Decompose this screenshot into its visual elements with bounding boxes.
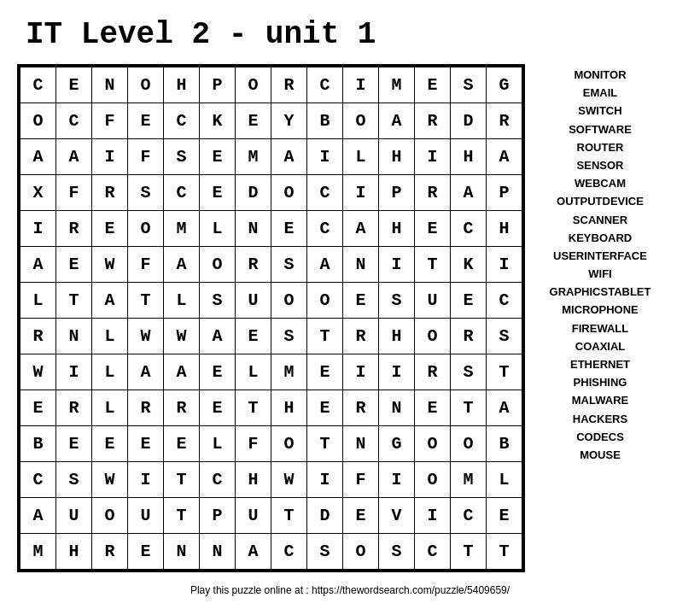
cell-1-9: O <box>343 103 379 139</box>
cell-12-11: I <box>415 498 451 534</box>
cell-0-10: M <box>379 67 415 103</box>
cell-2-11: I <box>415 139 451 175</box>
cell-8-2: L <box>92 354 128 390</box>
cell-5-7: S <box>271 247 307 283</box>
cell-8-10: I <box>379 354 415 390</box>
cell-11-10: I <box>379 462 415 498</box>
cell-1-10: A <box>379 103 415 139</box>
cell-6-13: C <box>487 283 522 319</box>
cell-9-4: R <box>164 390 200 426</box>
grid-table: CENOHPORCIMESGOCFECKEYBOARDRAAIFSEMAILHI… <box>20 67 522 570</box>
cell-12-2: O <box>92 498 128 534</box>
cell-10-3: E <box>128 426 164 462</box>
cell-0-12: S <box>451 67 487 103</box>
word-list-item: FIREWALL <box>572 321 628 337</box>
cell-8-1: I <box>56 354 92 390</box>
cell-0-7: R <box>271 67 307 103</box>
cell-3-4: C <box>164 175 200 211</box>
cell-12-10: V <box>379 498 415 534</box>
cell-7-9: R <box>343 319 379 354</box>
cell-6-11: U <box>415 283 451 319</box>
cell-9-3: R <box>128 390 164 426</box>
cell-4-0: I <box>20 211 56 247</box>
cell-8-6: L <box>236 354 271 390</box>
cell-5-9: N <box>343 247 379 283</box>
cell-5-4: A <box>164 247 200 283</box>
cell-4-3: O <box>128 211 164 247</box>
cell-13-12: T <box>451 534 487 570</box>
cell-9-8: E <box>307 390 343 426</box>
cell-2-0: A <box>20 139 56 175</box>
word-list-item: PHISHING <box>574 375 627 390</box>
page-title: IT Level 2 - unit 1 <box>26 17 376 52</box>
cell-12-5: P <box>200 498 236 534</box>
cell-12-12: C <box>451 498 487 534</box>
cell-10-8: T <box>307 426 343 462</box>
cell-1-8: B <box>307 103 343 139</box>
cell-5-6: R <box>236 247 271 283</box>
cell-0-2: N <box>92 67 128 103</box>
cell-7-10: H <box>379 319 415 354</box>
cell-12-3: U <box>128 498 164 534</box>
cell-7-2: L <box>92 319 128 354</box>
word-list-item: MOUSE <box>580 448 621 463</box>
cell-9-7: H <box>271 390 307 426</box>
cell-6-1: T <box>56 283 92 319</box>
cell-4-7: E <box>271 211 307 247</box>
cell-9-5: E <box>200 390 236 426</box>
cell-8-13: T <box>487 354 522 390</box>
cell-11-0: C <box>20 462 56 498</box>
cell-13-0: M <box>20 534 56 570</box>
cell-2-13: A <box>487 139 522 175</box>
cell-5-0: A <box>20 247 56 283</box>
cell-7-7: S <box>271 319 307 354</box>
cell-0-11: E <box>415 67 451 103</box>
cell-7-11: O <box>415 319 451 354</box>
cell-6-0: L <box>20 283 56 319</box>
cell-6-7: O <box>271 283 307 319</box>
cell-6-6: U <box>236 283 271 319</box>
cell-6-2: A <box>92 283 128 319</box>
word-list-item: EMAIL <box>583 85 617 101</box>
cell-8-9: I <box>343 354 379 390</box>
cell-8-0: W <box>20 354 56 390</box>
cell-2-7: A <box>271 139 307 175</box>
cell-2-8: I <box>307 139 343 175</box>
cell-8-7: M <box>271 354 307 390</box>
cell-7-8: T <box>307 319 343 354</box>
cell-8-4: A <box>164 354 200 390</box>
cell-9-12: T <box>451 390 487 426</box>
cell-13-3: E <box>128 534 164 570</box>
cell-12-7: T <box>271 498 307 534</box>
cell-3-0: X <box>20 175 56 211</box>
cell-1-11: R <box>415 103 451 139</box>
cell-12-0: A <box>20 498 56 534</box>
cell-1-5: K <box>200 103 236 139</box>
word-list-item: MICROPHONE <box>562 302 639 318</box>
cell-8-11: R <box>415 354 451 390</box>
word-list-item: COAXIAL <box>575 339 626 354</box>
cell-6-3: T <box>128 283 164 319</box>
cell-12-1: U <box>56 498 92 534</box>
cell-9-9: R <box>343 390 379 426</box>
word-list-item: ETHERNET <box>570 357 630 372</box>
cell-9-1: R <box>56 390 92 426</box>
cell-1-3: E <box>128 103 164 139</box>
cell-8-8: E <box>307 354 343 390</box>
cell-1-7: Y <box>271 103 307 139</box>
cell-12-4: T <box>164 498 200 534</box>
cell-5-2: W <box>92 247 128 283</box>
cell-7-13: S <box>487 319 522 354</box>
cell-11-13: L <box>487 462 522 498</box>
cell-3-2: R <box>92 175 128 211</box>
cell-0-9: I <box>343 67 379 103</box>
cell-7-0: R <box>20 319 56 354</box>
cell-1-2: F <box>92 103 128 139</box>
cell-13-11: C <box>415 534 451 570</box>
cell-2-10: H <box>379 139 415 175</box>
cell-11-3: I <box>128 462 164 498</box>
cell-1-12: D <box>451 103 487 139</box>
cell-4-6: N <box>236 211 271 247</box>
cell-6-4: L <box>164 283 200 319</box>
word-search-grid: CENOHPORCIMESGOCFECKEYBOARDRAAIFSEMAILHI… <box>17 64 525 572</box>
